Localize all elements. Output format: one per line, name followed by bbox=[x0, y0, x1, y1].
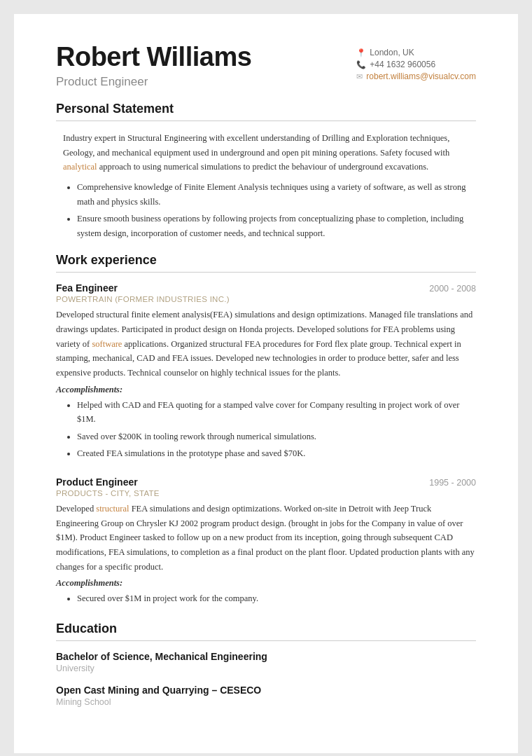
education-section: Education Bachelor of Science, Mechanica… bbox=[56, 621, 476, 707]
candidate-title: Product Engineer bbox=[56, 75, 251, 89]
email-item: ✉ robert.williams@visualcv.com bbox=[356, 71, 476, 81]
job-1-dates: 2000 - 2008 bbox=[429, 284, 476, 294]
edu-1-degree: Bachelor of Science, Mechanical Engineer… bbox=[56, 651, 476, 662]
education-title: Education bbox=[56, 621, 476, 641]
job-1: Fea Engineer 2000 - 2008 POWERTRAIN (FOR… bbox=[56, 282, 476, 461]
location-text: London, UK bbox=[370, 48, 414, 57]
email-icon: ✉ bbox=[356, 72, 363, 81]
job-1-acc-3: Created FEA simulations in the prototype… bbox=[77, 446, 476, 461]
bullet-1: Comprehensive knowledge of Finite Elemen… bbox=[77, 180, 476, 209]
location-item: 📍 London, UK bbox=[356, 48, 476, 57]
job-1-accomplishments: Helped with CAD and FEA quoting for a st… bbox=[56, 398, 476, 462]
job-2-company: PRODUCTS - CITY, STATE bbox=[56, 489, 476, 497]
resume-container: Robert Williams Product Engineer 📍 Londo… bbox=[14, 14, 518, 753]
bullet-2: Ensure smooth business operations by fol… bbox=[77, 212, 476, 240]
email-text: robert.williams@visualcv.com bbox=[366, 71, 476, 81]
contact-info: 📍 London, UK 📞 +44 1632 960056 ✉ robert.… bbox=[356, 48, 476, 83]
phone-icon: 📞 bbox=[356, 60, 366, 69]
location-icon: 📍 bbox=[356, 48, 366, 57]
job-2-header: Product Engineer 1995 - 2000 bbox=[56, 476, 476, 488]
job-2-accomplishments: Secured over $1M in project work for the… bbox=[56, 591, 476, 606]
personal-statement-text: Industry expert in Structural Engineerin… bbox=[56, 131, 476, 174]
job-1-acc-2: Saved over $200K in tooling rework throu… bbox=[77, 429, 476, 444]
job-1-accomplishments-label: Accomplishments: bbox=[56, 385, 476, 395]
job-1-company: POWERTRAIN (FORMER INDUSTRIES INC.) bbox=[56, 295, 476, 303]
phone-item: 📞 +44 1632 960056 bbox=[356, 60, 476, 69]
phone-text: +44 1632 960056 bbox=[370, 60, 435, 69]
job-1-description: Developed structural finite element anal… bbox=[56, 308, 476, 380]
edu-2-degree: Open Cast Mining and Quarrying – CESECO bbox=[56, 685, 476, 696]
edu-1: Bachelor of Science, Mechanical Engineer… bbox=[56, 651, 476, 673]
job-1-title: Fea Engineer bbox=[56, 282, 118, 294]
header-left: Robert Williams Product Engineer bbox=[56, 42, 251, 89]
personal-statement-title: Personal Statement bbox=[56, 102, 476, 121]
job-1-acc-1: Helped with CAD and FEA quoting for a st… bbox=[77, 398, 476, 427]
candidate-name: Robert Williams bbox=[56, 42, 251, 72]
edu-2-school: Mining School bbox=[56, 697, 476, 707]
personal-statement-bullets: Comprehensive knowledge of Finite Elemen… bbox=[56, 180, 476, 241]
work-experience-section: Work experience Fea Engineer 2000 - 2008… bbox=[56, 253, 476, 605]
job-2: Product Engineer 1995 - 2000 PRODUCTS - … bbox=[56, 476, 476, 606]
job-2-description: Developed structural FEA simulations and… bbox=[56, 502, 476, 574]
job-2-accomplishments-label: Accomplishments: bbox=[56, 578, 476, 589]
job-1-header: Fea Engineer 2000 - 2008 bbox=[56, 282, 476, 294]
edu-1-school: University bbox=[56, 664, 476, 673]
work-experience-title: Work experience bbox=[56, 253, 476, 273]
edu-2: Open Cast Mining and Quarrying – CESECO … bbox=[56, 685, 476, 707]
personal-statement-section: Personal Statement Industry expert in St… bbox=[56, 102, 476, 240]
job-2-acc-1: Secured over $1M in project work for the… bbox=[77, 591, 476, 606]
job-2-title: Product Engineer bbox=[56, 476, 138, 488]
job-2-dates: 1995 - 2000 bbox=[429, 478, 476, 488]
resume-header: Robert Williams Product Engineer 📍 Londo… bbox=[56, 42, 476, 89]
